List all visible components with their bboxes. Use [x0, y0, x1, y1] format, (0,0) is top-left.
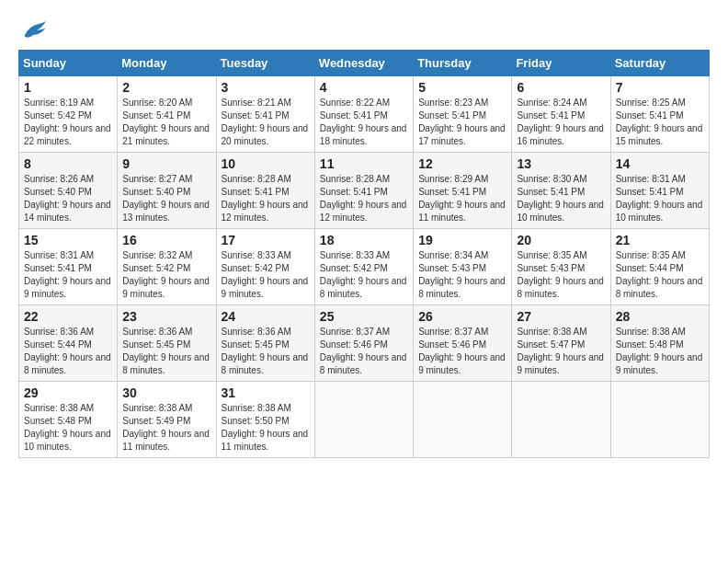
calendar-cell: 30 Sunrise: 8:38 AMSunset: 5:49 PMDaylig… — [118, 382, 216, 458]
col-header-wednesday: Wednesday — [314, 51, 413, 76]
day-info: Sunrise: 8:31 AMSunset: 5:41 PMDaylight:… — [24, 250, 111, 299]
day-info: Sunrise: 8:34 AMSunset: 5:43 PMDaylight:… — [418, 250, 506, 299]
day-number: 18 — [320, 233, 408, 247]
calendar-cell: 25 Sunrise: 8:37 AMSunset: 5:46 PMDaylig… — [314, 305, 413, 382]
calendar-cell: 8 Sunrise: 8:26 AMSunset: 5:40 PMDayligh… — [19, 153, 118, 229]
calendar-cell: 27 Sunrise: 8:38 AMSunset: 5:47 PMDaylig… — [512, 305, 610, 382]
day-number: 5 — [418, 80, 506, 95]
day-info: Sunrise: 8:35 AMSunset: 5:44 PMDaylight:… — [616, 250, 703, 299]
day-number: 1 — [24, 80, 112, 95]
col-header-sunday: Sunday — [19, 51, 118, 76]
day-info: Sunrise: 8:36 AMSunset: 5:45 PMDaylight:… — [222, 327, 309, 375]
calendar-cell: 2 Sunrise: 8:20 AMSunset: 5:41 PMDayligh… — [118, 76, 216, 153]
day-number: 25 — [320, 309, 408, 324]
day-number: 6 — [517, 80, 605, 95]
calendar-cell: 10 Sunrise: 8:28 AMSunset: 5:41 PMDaylig… — [216, 153, 314, 229]
calendar-cell: 26 Sunrise: 8:37 AMSunset: 5:46 PMDaylig… — [414, 305, 512, 382]
calendar-cell: 24 Sunrise: 8:36 AMSunset: 5:45 PMDaylig… — [216, 305, 314, 382]
calendar-cell: 1 Sunrise: 8:19 AMSunset: 5:42 PMDayligh… — [19, 76, 118, 153]
col-header-friday: Friday — [512, 51, 610, 76]
day-number: 3 — [222, 80, 310, 95]
day-info: Sunrise: 8:36 AMSunset: 5:45 PMDaylight:… — [122, 327, 210, 375]
calendar-cell: 31 Sunrise: 8:38 AMSunset: 5:50 PMDaylig… — [216, 382, 314, 458]
calendar-header-row: SundayMondayTuesdayWednesdayThursdayFrid… — [19, 51, 710, 76]
day-number: 14 — [616, 156, 704, 171]
week-row-2: 8 Sunrise: 8:26 AMSunset: 5:40 PMDayligh… — [19, 153, 710, 229]
calendar-cell: 16 Sunrise: 8:32 AMSunset: 5:42 PMDaylig… — [118, 229, 216, 305]
day-info: Sunrise: 8:33 AMSunset: 5:42 PMDaylight:… — [222, 250, 309, 299]
day-number: 22 — [24, 309, 112, 324]
day-number: 23 — [122, 309, 210, 324]
day-info: Sunrise: 8:33 AMSunset: 5:42 PMDaylight:… — [320, 250, 407, 299]
calendar-cell: 22 Sunrise: 8:36 AMSunset: 5:44 PMDaylig… — [19, 305, 118, 382]
day-info: Sunrise: 8:38 AMSunset: 5:48 PMDaylight:… — [616, 327, 703, 375]
day-number: 17 — [222, 233, 310, 247]
day-number: 13 — [517, 156, 605, 171]
calendar-cell — [314, 382, 413, 458]
day-number: 27 — [517, 309, 605, 324]
day-info: Sunrise: 8:35 AMSunset: 5:43 PMDaylight:… — [517, 250, 604, 299]
week-row-1: 1 Sunrise: 8:19 AMSunset: 5:42 PMDayligh… — [19, 76, 710, 153]
calendar-cell: 14 Sunrise: 8:31 AMSunset: 5:41 PMDaylig… — [610, 153, 709, 229]
calendar-cell: 28 Sunrise: 8:38 AMSunset: 5:48 PMDaylig… — [610, 305, 709, 382]
calendar-cell: 19 Sunrise: 8:34 AMSunset: 5:43 PMDaylig… — [414, 229, 512, 305]
day-info: Sunrise: 8:19 AMSunset: 5:42 PMDaylight:… — [24, 98, 111, 146]
day-number: 20 — [517, 233, 605, 247]
day-info: Sunrise: 8:38 AMSunset: 5:48 PMDaylight:… — [24, 403, 111, 452]
day-number: 31 — [222, 385, 310, 400]
day-number: 16 — [122, 233, 210, 247]
day-info: Sunrise: 8:37 AMSunset: 5:46 PMDaylight:… — [320, 327, 407, 375]
day-number: 2 — [122, 80, 210, 95]
day-info: Sunrise: 8:38 AMSunset: 5:47 PMDaylight:… — [517, 327, 604, 375]
calendar-cell: 7 Sunrise: 8:25 AMSunset: 5:41 PMDayligh… — [610, 76, 709, 153]
calendar-cell: 3 Sunrise: 8:21 AMSunset: 5:41 PMDayligh… — [216, 76, 314, 153]
day-info: Sunrise: 8:27 AMSunset: 5:40 PMDaylight:… — [122, 174, 210, 223]
day-number: 4 — [320, 80, 408, 95]
day-info: Sunrise: 8:37 AMSunset: 5:46 PMDaylight:… — [418, 327, 506, 375]
day-number: 8 — [24, 156, 112, 171]
calendar-cell: 29 Sunrise: 8:38 AMSunset: 5:48 PMDaylig… — [19, 382, 118, 458]
day-info: Sunrise: 8:29 AMSunset: 5:41 PMDaylight:… — [418, 174, 506, 223]
day-number: 19 — [418, 233, 506, 247]
day-number: 12 — [418, 156, 506, 171]
calendar-cell: 11 Sunrise: 8:28 AMSunset: 5:41 PMDaylig… — [314, 153, 413, 229]
calendar-cell: 5 Sunrise: 8:23 AMSunset: 5:41 PMDayligh… — [414, 76, 512, 153]
day-info: Sunrise: 8:23 AMSunset: 5:41 PMDaylight:… — [418, 98, 506, 146]
calendar-cell: 23 Sunrise: 8:36 AMSunset: 5:45 PMDaylig… — [118, 305, 216, 382]
calendar-cell: 17 Sunrise: 8:33 AMSunset: 5:42 PMDaylig… — [216, 229, 314, 305]
calendar-cell: 13 Sunrise: 8:30 AMSunset: 5:41 PMDaylig… — [512, 153, 610, 229]
col-header-saturday: Saturday — [610, 51, 709, 76]
calendar-cell: 15 Sunrise: 8:31 AMSunset: 5:41 PMDaylig… — [19, 229, 118, 305]
day-number: 15 — [24, 233, 112, 247]
day-info: Sunrise: 8:24 AMSunset: 5:41 PMDaylight:… — [517, 98, 604, 146]
day-number: 10 — [222, 156, 310, 171]
day-number: 29 — [24, 385, 112, 400]
day-info: Sunrise: 8:26 AMSunset: 5:40 PMDaylight:… — [24, 174, 111, 223]
col-header-monday: Monday — [118, 51, 216, 76]
day-number: 28 — [616, 309, 704, 324]
logo-bird-icon — [20, 18, 48, 40]
day-number: 30 — [122, 385, 210, 400]
day-info: Sunrise: 8:28 AMSunset: 5:41 PMDaylight:… — [222, 174, 309, 223]
calendar-cell: 6 Sunrise: 8:24 AMSunset: 5:41 PMDayligh… — [512, 76, 610, 153]
day-number: 9 — [122, 156, 210, 171]
calendar-cell: 9 Sunrise: 8:27 AMSunset: 5:40 PMDayligh… — [118, 153, 216, 229]
calendar-cell: 4 Sunrise: 8:22 AMSunset: 5:41 PMDayligh… — [314, 76, 413, 153]
day-info: Sunrise: 8:21 AMSunset: 5:41 PMDaylight:… — [222, 98, 309, 146]
col-header-thursday: Thursday — [414, 51, 512, 76]
day-info: Sunrise: 8:28 AMSunset: 5:41 PMDaylight:… — [320, 174, 407, 223]
day-info: Sunrise: 8:32 AMSunset: 5:42 PMDaylight:… — [122, 250, 210, 299]
day-info: Sunrise: 8:25 AMSunset: 5:41 PMDaylight:… — [616, 98, 703, 146]
day-info: Sunrise: 8:30 AMSunset: 5:41 PMDaylight:… — [517, 174, 604, 223]
day-number: 21 — [616, 233, 704, 247]
day-number: 11 — [320, 156, 408, 171]
week-row-4: 22 Sunrise: 8:36 AMSunset: 5:44 PMDaylig… — [19, 305, 710, 382]
week-row-3: 15 Sunrise: 8:31 AMSunset: 5:41 PMDaylig… — [19, 229, 710, 305]
day-info: Sunrise: 8:38 AMSunset: 5:50 PMDaylight:… — [222, 403, 309, 452]
week-row-5: 29 Sunrise: 8:38 AMSunset: 5:48 PMDaylig… — [19, 382, 710, 458]
calendar-table: SundayMondayTuesdayWednesdayThursdayFrid… — [18, 50, 710, 458]
calendar-cell — [610, 382, 709, 458]
calendar-cell: 20 Sunrise: 8:35 AMSunset: 5:43 PMDaylig… — [512, 229, 610, 305]
day-number: 24 — [222, 309, 310, 324]
calendar-cell: 18 Sunrise: 8:33 AMSunset: 5:42 PMDaylig… — [314, 229, 413, 305]
